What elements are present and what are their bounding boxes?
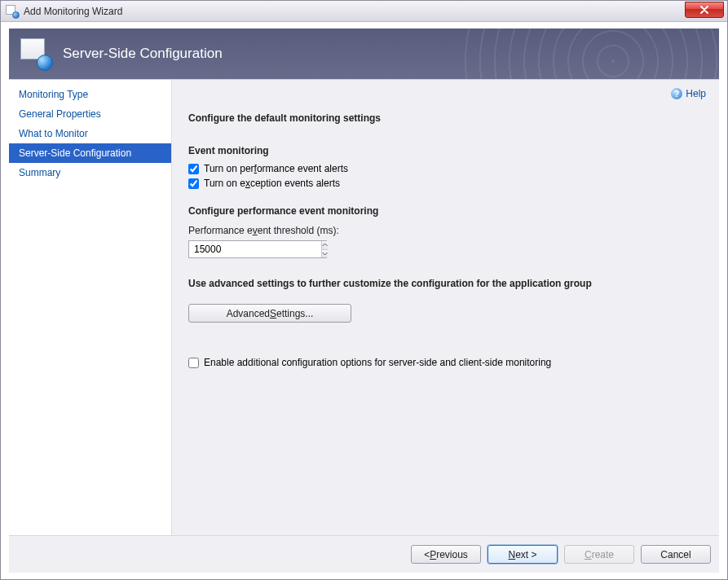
perf-alerts-label[interactable]: Turn on performance event alerts	[204, 163, 348, 174]
exception-alerts-label[interactable]: Turn on exception events alerts	[204, 178, 340, 189]
sidebar-item-label: Server-Side Configuration	[19, 147, 131, 159]
threshold-spinner	[188, 240, 327, 258]
spinner-down[interactable]	[322, 250, 328, 258]
enable-additional-checkbox[interactable]	[188, 358, 199, 368]
page-title: Server-Side Configuration	[63, 46, 223, 62]
header-icon	[20, 38, 51, 69]
sidebar-item-monitoring-type[interactable]: Monitoring Type	[9, 85, 171, 104]
chevron-down-icon	[322, 252, 328, 256]
event-monitoring-heading: Event monitoring	[188, 145, 703, 156]
cancel-button[interactable]: Cancel	[641, 545, 711, 564]
sidebar-item-label: Monitoring Type	[19, 89, 88, 100]
titlebar: Add Monitoring Wizard	[1, 1, 727, 22]
wizard-window: Add Monitoring Wizard Server-Side Config…	[0, 0, 728, 580]
help-link[interactable]: ? Help	[671, 88, 706, 99]
spinner-up[interactable]	[322, 241, 328, 250]
chevron-up-icon	[322, 243, 328, 247]
sidebar-item-server-side-configuration[interactable]: Server-Side Configuration	[9, 143, 171, 163]
perf-alerts-row: Turn on performance event alerts	[188, 163, 703, 174]
sidebar-item-label: General Properties	[19, 108, 101, 120]
footer: < Previous Next > Create Cancel	[9, 535, 719, 573]
window-title: Add Monitoring Wizard	[24, 6, 122, 17]
threshold-label: Performance event threshold (ms):	[188, 225, 703, 236]
app-icon	[6, 5, 19, 18]
help-label: Help	[686, 88, 706, 99]
sidebar-item-summary[interactable]: Summary	[9, 163, 171, 182]
advanced-settings-button[interactable]: Advanced Settings...	[188, 304, 351, 323]
enable-additional-row: Enable additional configuration options …	[188, 357, 703, 368]
enable-additional-label[interactable]: Enable additional configuration options …	[204, 357, 551, 368]
body: Monitoring Type General Properties What …	[9, 79, 719, 535]
exception-alerts-row: Turn on exception events alerts	[188, 178, 703, 189]
sidebar: Monitoring Type General Properties What …	[9, 80, 172, 535]
previous-button[interactable]: < Previous	[411, 545, 481, 564]
sidebar-item-general-properties[interactable]: General Properties	[9, 104, 171, 124]
main-heading: Configure the default monitoring setting…	[188, 112, 703, 124]
help-icon: ?	[671, 88, 682, 99]
create-button: Create	[564, 545, 634, 564]
perf-config-heading: Configure performance event monitoring	[188, 205, 703, 217]
next-button[interactable]: Next >	[488, 545, 558, 564]
advanced-heading: Use advanced settings to further customi…	[188, 278, 703, 289]
close-button[interactable]	[685, 2, 724, 18]
close-icon	[700, 6, 708, 14]
header-panel: Server-Side Configuration	[9, 29, 719, 79]
perf-alerts-checkbox[interactable]	[188, 164, 199, 174]
content-panel: ? Help Configure the default monitoring …	[172, 80, 719, 535]
sidebar-item-what-to-monitor[interactable]: What to Monitor	[9, 124, 171, 143]
spinner-buttons	[321, 241, 328, 257]
sidebar-item-label: What to Monitor	[19, 128, 88, 139]
threshold-input[interactable]	[189, 241, 321, 257]
sidebar-item-label: Summary	[19, 167, 60, 178]
exception-alerts-checkbox[interactable]	[188, 178, 199, 189]
